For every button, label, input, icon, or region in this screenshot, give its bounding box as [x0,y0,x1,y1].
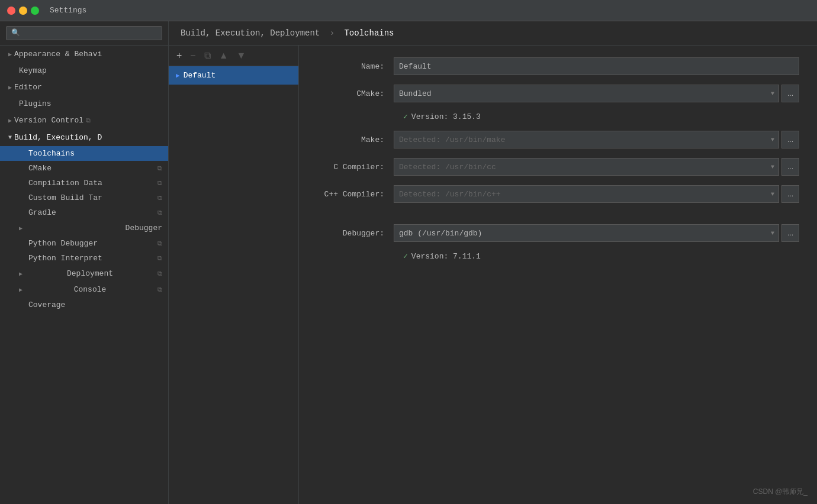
sidebar-item-debugger[interactable]: ▶ Debugger [0,220,168,236]
breadcrumb-current: Toolchains [344,28,394,38]
cmake-version-row: ✓ Version: 3.15.3 [317,112,799,121]
main-layout: ▶ Appearance & Behavi Keymap ▶ Editor Pl… [0,21,817,504]
cpp-compiler-select-wrapper: Detected: /usr/bin/c++ ▼ ... [394,185,799,203]
spacer [317,212,799,224]
c-compiler-label: C Compiler: [317,163,394,172]
cpp-compiler-select-container: Detected: /usr/bin/c++ ▼ [394,185,779,203]
sidebar-item-appearance[interactable]: ▶ Appearance & Behavi [0,46,168,63]
sidebar-item-label: Debugger [126,224,162,232]
make-select-wrapper: Detected: /usr/bin/make ▼ ... [394,131,799,148]
c-compiler-select[interactable]: Detected: /usr/bin/cc [394,158,779,176]
cmake-browse-button[interactable]: ... [781,85,799,102]
arrow-icon: ▶ [8,84,12,91]
watermark: CSDN @韩师兄_ [753,487,808,497]
debugger-select-container: gdb (/usr/bin/gdb) ▼ [394,224,779,242]
toolchain-item-default[interactable]: ▶ Default [169,66,298,85]
sidebar-item-label: Toolchains [28,149,75,158]
toolchains-panel: + − ⧉ ▲ ▼ ▶ Default Name: [169,46,817,504]
make-select-container: Detected: /usr/bin/make ▼ [394,131,779,148]
arrow-icon: ▶ [8,117,12,124]
sidebar-item-editor[interactable]: ▶ Editor [0,79,168,96]
arrow-icon: ▶ [19,286,22,293]
sidebar-item-deployment[interactable]: ▶ Deployment ⧉ [0,266,168,282]
cmake-select-wrapper: Bundled ▼ ... [394,85,799,102]
debugger-select-wrapper: gdb (/usr/bin/gdb) ▼ ... [394,224,799,242]
copy-icon: ⧉ [157,270,162,277]
sidebar-item-label: Editor [14,83,42,92]
breadcrumb-separator: › [330,28,334,38]
name-row: Name: [317,57,799,75]
debugger-select[interactable]: gdb (/usr/bin/gdb) [394,224,779,242]
arrow-icon: ▶ [8,51,12,58]
close-button[interactable] [7,7,15,15]
debugger-version-row: ✓ Version: 7.11.1 [317,251,799,261]
debugger-label: Debugger: [317,229,394,238]
form-panel: Name: CMake: Bundled ▼ ... [299,46,817,504]
sidebar-item-cmake[interactable]: CMake ⧉ [0,161,168,176]
cmake-select-container: Bundled ▼ [394,85,779,102]
copy-icon: ⧉ [157,195,162,202]
sidebar-item-label: Python Interpret [28,254,102,263]
sidebar-item-label: Python Debugger [28,239,98,248]
sidebar-item-label: CMake [28,164,52,173]
c-compiler-browse-button[interactable]: ... [781,158,799,176]
sidebar-item-plugins[interactable]: Plugins [0,96,168,112]
sidebar-item-coverage[interactable]: Coverage [0,298,168,312]
sidebar-item-keymap[interactable]: Keymap [0,63,168,79]
sidebar-item-label: Keymap [19,66,47,75]
sidebar-item-gradle[interactable]: Gradle ⧉ [0,205,168,220]
sidebar-item-toolchains[interactable]: Toolchains [0,146,168,161]
sidebar-item-version-control[interactable]: ▶ Version Control ⧉ [0,112,168,129]
make-browse-button[interactable]: ... [781,131,799,148]
cpp-compiler-label: C++ Compiler: [317,190,394,199]
debugger-version-text: Version: 7.11.1 [411,252,481,261]
cpp-compiler-select[interactable]: Detected: /usr/bin/c++ [394,185,779,203]
name-input[interactable] [394,57,799,75]
debugger-browse-button[interactable]: ... [781,224,799,242]
debugger-row: Debugger: gdb (/usr/bin/gdb) ▼ ... [317,224,799,242]
minimize-button[interactable] [19,7,27,15]
sidebar-item-python-interpreter[interactable]: Python Interpret ⧉ [0,251,168,266]
toolchain-item-arrow: ▶ [176,72,180,79]
search-input[interactable] [6,26,162,40]
copy-icon: ⧉ [157,165,162,172]
sidebar-item-label: Custom Build Tar [28,193,102,202]
maximize-button[interactable] [31,7,39,15]
sidebar-item-label: Coverage [28,301,65,309]
add-button[interactable]: + [173,49,185,62]
sidebar-item-label: Build, Execution, D [14,133,102,142]
sidebar-item-label: Version Control [14,116,83,125]
make-select[interactable]: Detected: /usr/bin/make [394,131,779,148]
sidebar-item-build-execution[interactable]: ▼ Build, Execution, D [0,129,168,146]
arrow-icon: ▶ [19,270,22,277]
breadcrumb: Build, Execution, Deployment › Toolchain… [169,21,817,46]
list-toolbar: + − ⧉ ▲ ▼ [169,46,298,66]
sidebar-item-console[interactable]: ▶ Console ⧉ [0,282,168,298]
copy-icon: ⧉ [157,240,162,247]
move-up-button[interactable]: ▲ [216,49,231,62]
arrow-icon: ▶ [19,225,22,232]
window-title: Settings [50,6,86,15]
cpp-compiler-browse-button[interactable]: ... [781,185,799,203]
cmake-version-text: Version: 3.15.3 [411,112,481,121]
c-compiler-select-wrapper: Detected: /usr/bin/cc ▼ ... [394,158,799,176]
sidebar-nav: ▶ Appearance & Behavi Keymap ▶ Editor Pl… [0,46,168,312]
c-compiler-row: C Compiler: Detected: /usr/bin/cc ▼ ... [317,158,799,176]
sidebar-item-label: Gradle [28,208,56,217]
name-label: Name: [317,62,394,71]
titlebar: Settings [0,0,817,21]
remove-button[interactable]: − [187,49,198,62]
copy-button[interactable]: ⧉ [201,49,214,62]
sidebar-item-custom-build[interactable]: Custom Build Tar ⧉ [0,190,168,205]
search-box [0,21,168,46]
cmake-select[interactable]: Bundled [394,85,779,102]
move-down-button[interactable]: ▼ [234,49,249,62]
cmake-row: CMake: Bundled ▼ ... [317,85,799,102]
debugger-version-check-icon: ✓ [403,251,408,261]
cmake-label: CMake: [317,89,394,98]
copy-icon: ⧉ [157,255,162,262]
sidebar-item-compilation-data[interactable]: Compilation Data ⧉ [0,176,168,190]
sidebar-item-label: Deployment [67,269,113,278]
content-area: Build, Execution, Deployment › Toolchain… [169,21,817,504]
sidebar-item-python-debugger[interactable]: Python Debugger ⧉ [0,236,168,251]
